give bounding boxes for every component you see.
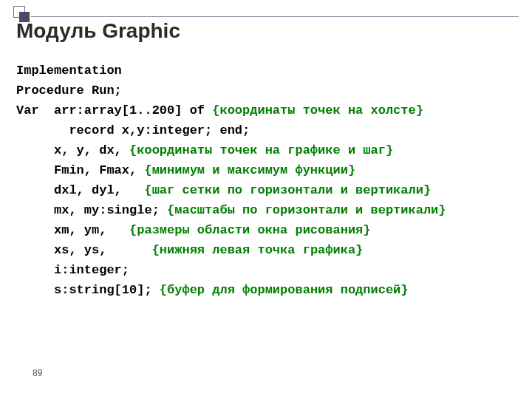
code-line: i:integer; — [16, 263, 129, 277]
code-line: Fmin, Fmax, — [16, 163, 144, 177]
code-line: Var arr:array[1..200] of — [16, 103, 212, 117]
code-block: Implementation Procedure Run; Var arr:ar… — [16, 61, 446, 300]
code-line: xm, ym, — [16, 223, 129, 237]
code-line: dxl, dyl, — [16, 183, 144, 197]
code-comment: {минимум и максимум функции} — [144, 163, 355, 177]
code-comment: {шаг сетки по горизонтали и вертикали} — [144, 183, 431, 197]
code-line: s:string[10]; — [16, 283, 160, 297]
code-comment: {координаты точек на холсте} — [212, 103, 423, 117]
page-number: 89 — [33, 368, 42, 378]
code-comment: {нижняя левая точка графика} — [152, 243, 364, 257]
code-line: record x,y:integer; end; — [16, 123, 250, 137]
code-line: x, y, dx, — [16, 143, 129, 157]
divider-line — [31, 16, 519, 17]
code-line: Procedure Run; — [16, 83, 122, 98]
slide: Модуль Graphic Implementation Procedure … — [0, 0, 532, 399]
code-comment: {размеры области окна рисования} — [129, 223, 370, 237]
code-line: mx, my:single; — [16, 203, 167, 217]
code-comment: {буфер для формирования подписей} — [160, 283, 409, 297]
code-comment: {масштабы по горизонтали и вертикали} — [167, 203, 446, 217]
code-line: Implementation — [16, 64, 122, 78]
code-line: xs, ys, — [16, 243, 152, 257]
code-comment: {координаты точек на графике и шаг} — [129, 143, 393, 157]
page-title: Модуль Graphic — [16, 19, 180, 43]
